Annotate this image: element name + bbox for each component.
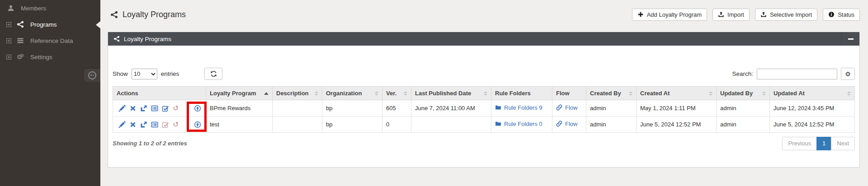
column-label: Created At [640,90,670,97]
cell-rule-folders: Rule Folders 9 [491,100,552,116]
refresh-button[interactable] [204,68,222,80]
loyalty-programs-table: ActionsLoyalty ProgramDescriptionOrganiz… [113,86,855,133]
column-label: Last Published Date [415,90,471,97]
details-action-icon[interactable] [151,105,158,112]
column-label: Created By [590,90,621,97]
cell-loyalty-program: BPme Rewards [206,100,273,116]
flow-label: Flow [565,104,577,111]
sort-both-icon [629,91,632,96]
rule-folders-link[interactable]: Rule Folders 0 [495,121,542,127]
sidebar-item-reference-data[interactable]: +Reference Data [0,33,100,49]
page-size-select[interactable]: 10 [132,69,157,79]
column-header-created-at[interactable]: Created At [637,87,717,100]
cell-updated-by: admin [717,116,770,133]
page-title: Loyalty Programs [123,10,186,19]
column-label: Loyalty Program [210,90,256,97]
delete-action-icon[interactable] [129,105,137,112]
page-title-wrap: Loyalty Programs [110,10,186,19]
loyalty-programs-panel: Loyalty Programs Show 10 entries [108,32,860,167]
table-row: ↺BPme Rewardsbp605June 7, 2024 11:00 AMR… [113,100,855,116]
share-icon [113,36,120,42]
import-button[interactable]: Import [712,9,750,21]
sidebar-item-programs[interactable]: +Programs [0,16,100,33]
expand-plus-icon[interactable]: + [6,55,11,60]
button-label: Status [838,11,854,18]
add-loyalty-program-button[interactable]: Add Loyalty Program [632,9,707,21]
button-label: Import [727,11,744,18]
status-button[interactable]: Status [823,9,860,21]
pagination-previous[interactable]: Previous [782,137,817,150]
column-label: Flow [556,90,570,97]
column-header-last-published-date[interactable]: Last Published Date [411,87,491,100]
column-header-description[interactable]: Description [273,87,322,100]
sort-both-icon [847,91,851,96]
sidebar-item-label: Settings [30,54,52,60]
info-icon [828,11,835,18]
column-header-organization[interactable]: Organization [322,87,382,100]
sort-both-icon [709,91,712,96]
search-input[interactable] [757,69,837,79]
panel-collapse-button[interactable] [841,32,859,46]
check-action-icon[interactable] [162,105,169,112]
pagination-page-1[interactable]: 1 [816,137,831,150]
column-header-loyalty-program[interactable]: Loyalty Program [206,87,273,100]
column-header-created-by[interactable]: Created By [586,87,637,100]
cell-updated-by: admin [717,100,770,116]
column-header-updated-at[interactable]: Updated At [770,87,855,100]
page-header: Loyalty Programs Add Loyalty ProgramImpo… [110,8,860,21]
minus-icon [848,38,854,40]
refresh-icon [210,70,217,77]
export-action-icon[interactable] [140,105,147,112]
sidebar-item-members[interactable]: Members [0,0,100,16]
cell-updated-at: June 12, 2024 3:45 PM [770,100,855,116]
pagination-next[interactable]: Next [831,137,855,150]
sidebar-item-label: Members [21,5,46,12]
cell-version: 0 [382,116,411,133]
pagination: Previous 1 Next [782,137,855,150]
publish-action-icon[interactable] [194,105,201,112]
expand-plus-icon[interactable]: + [6,22,11,27]
folder-icon [495,104,501,111]
selective-import-button[interactable]: Selective Import [755,9,817,21]
flow-link[interactable]: Flow [556,121,577,127]
column-header-ver-[interactable]: Ver. [382,87,411,100]
cell-organization: bp [322,116,382,133]
main-content: Loyalty Programs Add Loyalty ProgramImpo… [100,0,868,186]
plus-icon [637,11,644,18]
export-action-icon[interactable] [140,121,147,128]
column-label: Actions [117,90,138,97]
column-settings-button[interactable]: ⚙ [841,68,855,80]
column-header-flow: Flow [552,87,586,100]
column-header-updated-by[interactable]: Updated By [717,87,770,100]
entries-label: entries [161,70,179,77]
button-label: Add Loyalty Program [647,11,702,18]
sidebar-item-settings[interactable]: +⚙⚙Settings [0,49,100,65]
rule-folders-link[interactable]: Rule Folders 9 [495,104,542,111]
app-window: Members+Programs+Reference Data+⚙⚙Settin… [0,0,868,186]
button-label: Selective Import [770,11,812,18]
sidebar-collapse-button[interactable]: ← [84,69,100,82]
delete-action-icon[interactable] [129,121,137,128]
expand-plus-icon[interactable]: + [6,38,11,43]
bars-icon [16,37,25,44]
table-controls: Show 10 entries Search: ⚙ [113,68,855,80]
cell-last-published-date: June 7, 2024 11:00 AM [411,100,491,116]
share-icon [110,11,118,19]
page-action-buttons: Add Loyalty ProgramImportSelective Impor… [632,9,860,21]
cell-loyalty-program: test [206,116,273,133]
details-action-icon[interactable] [151,121,158,128]
table-body: ↺BPme Rewardsbp605June 7, 2024 11:00 AMR… [113,100,855,133]
import-icon [718,11,724,18]
column-label: Updated At [774,90,805,97]
cell-updated-at: June 5, 2024 12:52 PM [770,116,855,133]
flow-link[interactable]: Flow [556,104,577,111]
column-label: Rule Folders [495,90,531,97]
publish-action-icon[interactable] [194,121,201,128]
table-header-row: ActionsLoyalty ProgramDescriptionOrganiz… [113,87,855,100]
gears-icon: ⚙⚙ [16,53,25,60]
rule-folders-label: Rule Folders 9 [504,104,542,111]
edit-action-icon[interactable] [118,121,126,128]
edit-action-icon[interactable] [118,105,126,112]
panel-title: Loyalty Programs [124,36,171,42]
sort-both-icon [375,91,378,96]
